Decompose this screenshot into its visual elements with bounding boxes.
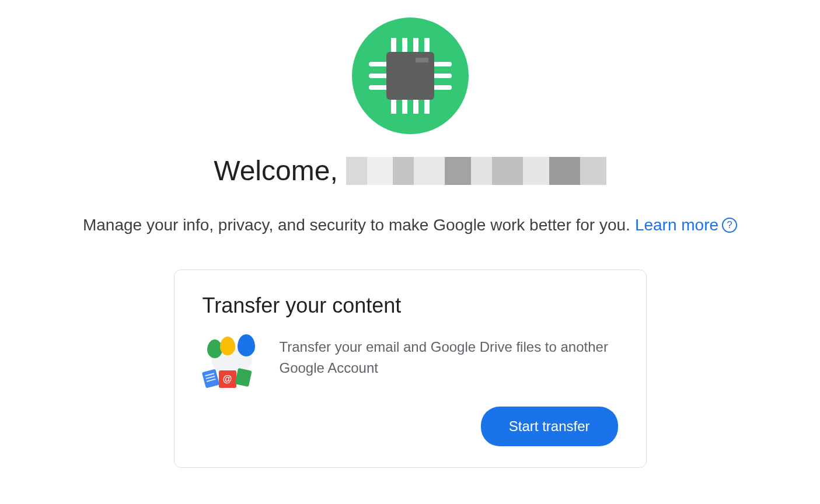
subtitle-row: Manage your info, privacy, and security … [83,216,737,235]
start-transfer-button[interactable]: Start transfer [481,407,618,446]
card-title: Transfer your content [203,293,618,318]
welcome-prefix: Welcome, [214,155,338,187]
transfer-balloons-icon: @ [203,337,261,389]
subtitle-text: Manage your info, privacy, and security … [83,216,630,235]
help-circle-icon: ? [722,218,737,233]
card-description: Transfer your email and Google Drive fil… [280,337,618,379]
avatar [352,18,469,134]
welcome-heading: Welcome, [214,155,606,187]
redacted-user-name [346,157,606,185]
learn-more-link[interactable]: Learn more ? [635,216,737,235]
chip-icon [372,38,448,114]
transfer-content-card: Transfer your content @ Transfer your em… [174,270,647,468]
learn-more-label: Learn more [635,216,718,235]
